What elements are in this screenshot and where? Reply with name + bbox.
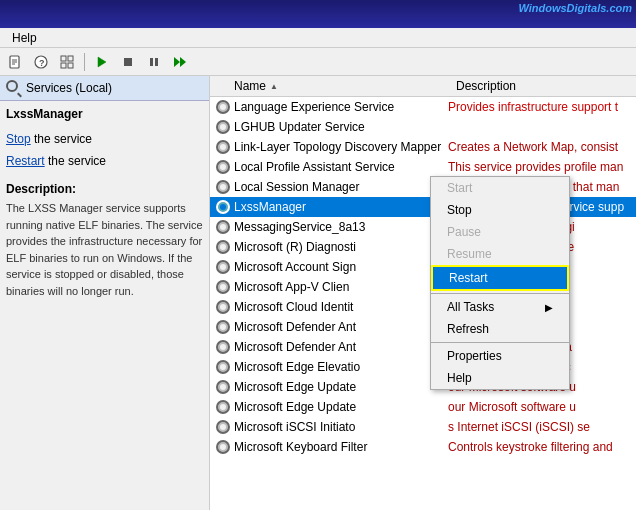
svg-marker-14 <box>174 57 180 67</box>
row-name: Microsoft Defender Ant <box>232 320 442 334</box>
service-name-title: LxssManager <box>0 101 209 127</box>
context-menu-item-resume: Resume <box>431 243 569 265</box>
svg-marker-10 <box>98 57 106 67</box>
right-panel: Name ▲ Description Language Experience S… <box>210 76 636 510</box>
restart-service-link[interactable]: Restart <box>6 154 45 168</box>
context-menu-separator <box>431 342 569 343</box>
svg-rect-11 <box>124 58 132 66</box>
row-name: Microsoft App-V Clien <box>232 280 442 294</box>
context-menu-item-help[interactable]: Help <box>431 367 569 389</box>
context-menu-item-restart[interactable]: Restart <box>431 265 569 291</box>
row-description: Controls keystroke filtering and <box>442 440 636 454</box>
table-row[interactable]: Microsoft Cloud Identitintegrations with… <box>210 297 636 317</box>
col-name-header: Name ▲ <box>210 79 450 93</box>
service-icon <box>214 298 232 316</box>
service-icon <box>214 278 232 296</box>
table-body: Language Experience ServiceProvides infr… <box>210 97 636 510</box>
context-menu-item-label: Refresh <box>447 322 489 336</box>
table-row[interactable]: Microsoft Defender Antotect users from m… <box>210 337 636 357</box>
row-name: Microsoft Edge Elevatio <box>232 360 442 374</box>
row-name: Microsoft Edge Update <box>232 400 442 414</box>
toolbar-sep-1 <box>84 53 85 71</box>
menu-help[interactable]: Help <box>4 31 45 45</box>
service-icon <box>214 378 232 396</box>
service-icon <box>214 318 232 336</box>
table-row[interactable]: LGHUB Updater Service <box>210 117 636 137</box>
row-description: s Internet iSCSI (iSCSI) se <box>442 420 636 434</box>
service-icon <box>214 358 232 376</box>
row-name: Link-Layer Topology Discovery Mapper <box>232 140 442 154</box>
table-row[interactable]: Microsoft Edge Updateour Microsoft softw… <box>210 377 636 397</box>
svg-marker-15 <box>180 57 186 67</box>
stop-service-link[interactable]: Stop <box>6 132 31 146</box>
context-menu-item-label: Pause <box>447 225 481 239</box>
row-name: Language Experience Service <box>232 100 442 114</box>
context-menu-item-label: Help <box>447 371 472 385</box>
toolbar-help-btn[interactable]: ? <box>30 51 52 73</box>
svg-rect-13 <box>155 58 158 66</box>
submenu-arrow-icon: ▶ <box>545 302 553 313</box>
context-menu-item-all-tasks[interactable]: All Tasks▶ <box>431 296 569 318</box>
service-icon <box>214 118 232 136</box>
table-row[interactable]: Local Profile Assistant ServiceThis serv… <box>210 157 636 177</box>
left-panel-links: Stop the service Restart the service <box>0 127 209 178</box>
service-icon <box>214 438 232 456</box>
left-panel-title: Services (Local) <box>26 81 112 95</box>
service-icon <box>214 178 232 196</box>
col-description-header: Description <box>450 79 636 93</box>
context-menu-item-label: Start <box>447 181 472 195</box>
table-header: Name ▲ Description <box>210 76 636 97</box>
toolbar-pause-btn[interactable] <box>143 51 165 73</box>
svg-rect-9 <box>68 63 73 68</box>
table-row[interactable]: Microsoft App-V ClienApp-V users and vir… <box>210 277 636 297</box>
context-menu-item-properties[interactable]: Properties <box>431 345 569 367</box>
context-menu-item-label: Properties <box>447 349 502 363</box>
table-row[interactable]: Local Session ManagerCore Windows Servic… <box>210 177 636 197</box>
table-row[interactable]: Microsoft Account Signuser sign-in throu… <box>210 257 636 277</box>
context-menu-item-label: All Tasks <box>447 300 494 314</box>
svg-rect-6 <box>61 56 66 61</box>
table-row[interactable]: Language Experience ServiceProvides infr… <box>210 97 636 117</box>
table-row[interactable]: LxssManagerThe LXSS Manager service supp <box>210 197 636 217</box>
context-menu-item-refresh[interactable]: Refresh <box>431 318 569 340</box>
row-description: our Microsoft software u <box>442 400 636 414</box>
context-menu-item-label: Restart <box>449 271 488 285</box>
table-row[interactable]: Microsoft (R) Diagnostitics Hub Standard… <box>210 237 636 257</box>
toolbar-doc-btn[interactable] <box>4 51 26 73</box>
svg-rect-7 <box>68 56 73 61</box>
toolbar-stop-btn[interactable] <box>117 51 139 73</box>
table-row[interactable]: Microsoft Keyboard FilterControls keystr… <box>210 437 636 457</box>
menu-bar: Help <box>0 28 636 48</box>
row-name: MessagingService_8a13 <box>232 220 442 234</box>
stop-service-link-row: Stop the service <box>6 129 203 151</box>
row-name: Microsoft Account Sign <box>232 260 442 274</box>
service-icon <box>214 198 232 216</box>
table-row[interactable]: Link-Layer Topology Discovery MapperCrea… <box>210 137 636 157</box>
context-menu-item-stop[interactable]: Stop <box>431 199 569 221</box>
table-row[interactable]: Microsoft Edge Updateour Microsoft softw… <box>210 397 636 417</box>
table-row[interactable]: MessagingService_8a13supporting text mes… <box>210 217 636 237</box>
toolbar-grid-btn[interactable] <box>56 51 78 73</box>
row-name: Microsoft Cloud Identit <box>232 300 442 314</box>
toolbar-play-btn[interactable] <box>91 51 113 73</box>
table-row[interactable]: Microsoft Edge Elevatioicrosoft Edge up … <box>210 357 636 377</box>
main-area: Services (Local) LxssManager Stop the se… <box>0 76 636 510</box>
row-name: Microsoft (R) Diagnosti <box>232 240 442 254</box>
context-menu-separator <box>431 293 569 294</box>
restart-service-link-row: Restart the service <box>6 151 203 173</box>
context-menu-item-start: Start <box>431 177 569 199</box>
description-header: Description: <box>0 178 209 198</box>
watermark-text: WindowsDigitals.com <box>518 2 632 14</box>
service-icon <box>214 138 232 156</box>
table-row[interactable]: Microsoft Defender Antard against intrus… <box>210 317 636 337</box>
service-icon <box>214 398 232 416</box>
context-menu-item-label: Resume <box>447 247 492 261</box>
toolbar-resume-btn[interactable] <box>169 51 191 73</box>
row-name: Local Session Manager <box>232 180 442 194</box>
top-banner: WindowsDigitals.com <box>0 0 636 28</box>
table-row[interactable]: Microsoft iSCSI Initiatos Internet iSCSI… <box>210 417 636 437</box>
service-icon <box>214 218 232 236</box>
sort-arrow-icon: ▲ <box>270 82 278 91</box>
svg-text:?: ? <box>39 58 45 68</box>
svg-rect-8 <box>61 63 66 68</box>
